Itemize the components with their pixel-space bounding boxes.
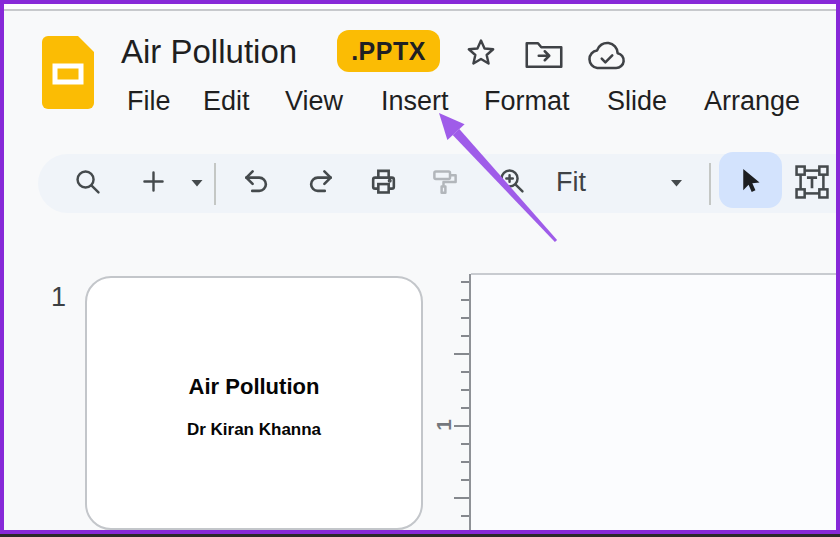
document-title[interactable]: Air Pollution bbox=[121, 33, 297, 71]
pptx-format-badge: .PPTX bbox=[337, 30, 440, 72]
select-cursor-icon bbox=[736, 166, 765, 195]
zoom-in-icon[interactable] bbox=[496, 165, 527, 196]
menu-file[interactable]: File bbox=[127, 86, 171, 117]
toolbar-divider bbox=[214, 163, 216, 205]
frame-top bbox=[0, 0, 840, 4]
ruler-minor-tick bbox=[461, 461, 469, 463]
menu-slide[interactable]: Slide bbox=[607, 86, 667, 117]
ruler-minor-tick bbox=[461, 479, 469, 481]
toolbar-divider bbox=[709, 163, 711, 205]
undo-icon[interactable] bbox=[242, 167, 272, 197]
text-box-icon[interactable] bbox=[793, 163, 831, 201]
insert-dropdown-caret-icon[interactable] bbox=[190, 178, 204, 188]
ruler-major-tick bbox=[454, 353, 469, 355]
ruler-minor-tick bbox=[461, 371, 469, 373]
ruler-minor-tick bbox=[461, 299, 469, 301]
zoom-dropdown-caret-icon[interactable] bbox=[669, 178, 684, 188]
ruler-label: 1 bbox=[432, 419, 456, 431]
thumbnail-slide-title: Air Pollution bbox=[87, 374, 421, 400]
menu-view[interactable]: View bbox=[285, 86, 343, 117]
ruler-minor-tick bbox=[461, 335, 469, 337]
star-icon[interactable] bbox=[464, 36, 498, 70]
ruler-minor-tick bbox=[461, 443, 469, 445]
print-icon[interactable] bbox=[368, 166, 399, 197]
zoom-fit-select[interactable]: Fit bbox=[556, 167, 586, 198]
thumbnail-slide-subtitle: Dr Kiran Khanna bbox=[87, 420, 421, 440]
slide-number: 1 bbox=[51, 282, 66, 313]
paint-format-icon[interactable] bbox=[430, 167, 460, 197]
move-to-folder-icon[interactable] bbox=[524, 40, 564, 70]
insert-plus-icon[interactable] bbox=[139, 167, 168, 196]
frame-left bbox=[0, 0, 4, 537]
frame-right bbox=[836, 0, 840, 537]
menu-arrange[interactable]: Arrange bbox=[704, 86, 800, 117]
select-tool-active[interactable] bbox=[719, 152, 782, 208]
search-icon[interactable] bbox=[72, 166, 103, 197]
slide-thumbnail[interactable]: Air Pollution Dr Kiran Khanna bbox=[85, 276, 423, 530]
redo-icon[interactable] bbox=[305, 167, 335, 197]
vertical-ruler-line bbox=[469, 274, 471, 534]
slides-app-icon[interactable] bbox=[42, 36, 94, 109]
ruler-minor-tick bbox=[461, 389, 469, 391]
ruler-minor-tick bbox=[461, 515, 469, 517]
menu-insert[interactable]: Insert bbox=[381, 86, 449, 117]
ruler-minor-tick bbox=[461, 317, 469, 319]
ruler-major-tick bbox=[454, 425, 469, 427]
ruler-minor-tick bbox=[461, 407, 469, 409]
cloud-check-icon[interactable] bbox=[586, 41, 628, 71]
ruler-major-tick bbox=[454, 497, 469, 499]
google-slides-window: Air Pollution .PPTX File Edit View Inser… bbox=[0, 0, 840, 537]
menu-format[interactable]: Format bbox=[484, 86, 570, 117]
ruler-minor-tick bbox=[461, 281, 469, 283]
top-divider-line bbox=[0, 9, 840, 11]
slide-canvas[interactable] bbox=[471, 273, 836, 534]
menu-edit[interactable]: Edit bbox=[203, 86, 250, 117]
